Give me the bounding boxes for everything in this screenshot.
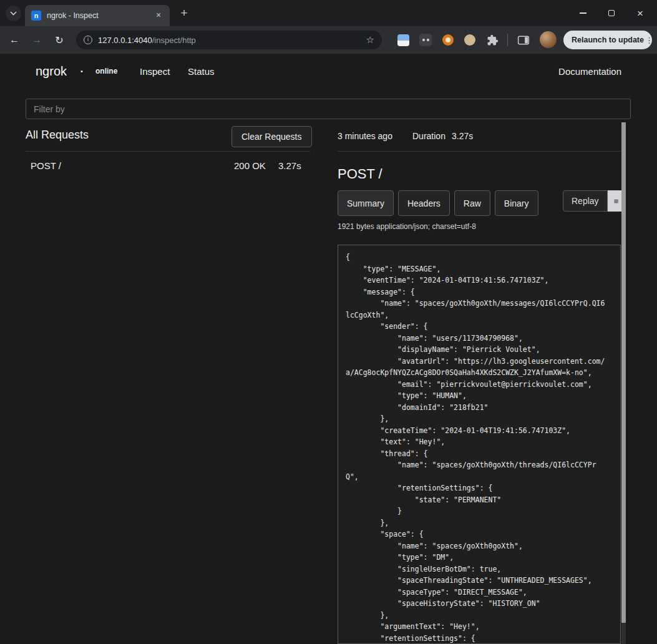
request-duration: 3.27s [278,160,301,171]
detail-title: POST / [338,166,382,182]
browser-toolbar: ← → ↻ i 127.0.0.1:4040/inspect/http ☆ [0,26,657,54]
site-info-icon[interactable]: i [84,36,92,44]
browser-tab[interactable]: n ngrok - Inspect × [25,5,170,26]
chevron-down-icon [10,11,17,16]
browser-tab-strip: n ngrok - Inspect × + × [0,0,657,26]
extension-photos-icon[interactable] [396,32,411,47]
right-panel-divider [338,151,621,152]
duration-value: 3.27s [452,131,473,141]
detail-tabs: Summary Headers Raw Binary [338,190,538,216]
url-host: 127.0.0.1:4040 [98,36,152,45]
extension-glasses-icon[interactable] [418,32,433,47]
replay-button[interactable]: Replay [563,190,608,212]
side-panel-button[interactable] [516,32,531,47]
maximize-button[interactable] [597,0,626,26]
left-panel-divider [26,151,310,152]
tab-close-icon[interactable]: × [153,11,163,21]
content-meta: 1921 bytes application/json; charset=utf… [338,222,476,231]
detail-scrollbar-track[interactable] [621,122,626,644]
filter-input[interactable] [26,99,631,119]
back-button[interactable]: ← [6,31,23,49]
address-bar[interactable]: i 127.0.0.1:4040/inspect/http ☆ [76,31,382,49]
tab-title: ngrok - Inspect [47,11,153,20]
all-requests-title: All Requests [26,129,89,142]
clear-requests-button[interactable]: Clear Requests [231,126,312,147]
maximize-icon [608,10,615,16]
browser-window: n ngrok - Inspect × + × ← → ↻ i 127.0.0.… [0,0,657,644]
url-text: 127.0.0.1:4040/inspect/http [98,36,361,45]
replay-options-icon: ≡ [614,197,619,206]
online-status-dot: • [80,67,83,75]
close-button[interactable]: × [626,0,655,26]
side-panel-icon [517,34,530,46]
extension-orange-ring-icon[interactable] [440,32,455,47]
bookmark-star-icon[interactable]: ☆ [366,34,374,46]
minimize-button[interactable] [568,0,597,26]
detail-scrollbar-thumb[interactable] [621,122,626,623]
new-tab-button[interactable]: + [177,6,192,21]
profile-avatar[interactable] [540,31,557,48]
tab-search-button[interactable] [6,6,21,21]
extension-tan-circle-icon[interactable] [462,32,477,47]
relaunch-to-update-button[interactable]: Relaunch to update ⋮ [563,31,652,49]
reload-button[interactable]: ↻ [51,31,68,49]
tan-circle-icon [464,34,475,46]
forward-button[interactable]: → [28,31,46,49]
tab-binary[interactable]: Binary [495,190,538,216]
blue-image-icon [397,34,409,46]
ngrok-favicon-icon: n [31,11,41,21]
url-path: /inspect/http [152,36,196,45]
replay-split-button: Replay ≡ [563,190,625,212]
online-status-label: online [95,67,117,76]
documentation-link[interactable]: Documentation [558,66,621,76]
request-status: 200 OK [234,160,266,171]
tab-raw[interactable]: Raw [454,190,490,216]
browser-menu-icon[interactable]: ⋮ [644,36,657,45]
window-controls: × [568,0,655,26]
duration-label: Duration [412,131,445,141]
ngrok-logo: ngrok [36,64,67,78]
extensions-menu-button[interactable] [485,32,500,47]
minimize-icon [580,12,586,14]
toolbar-separator [507,34,508,46]
relaunch-label: Relaunch to update [563,36,644,44]
request-body-json: { "type": "MESSAGE", "eventTime": "2024-… [346,251,613,644]
request-time-ago: 3 minutes ago [338,131,392,141]
ngrok-header: ngrok • online Inspect Status Documentat… [0,54,657,88]
request-body-block: { "type": "MESSAGE", "eventTime": "2024-… [338,245,621,644]
dark-glasses-icon [419,34,432,46]
orange-ring-icon [442,34,454,46]
puzzle-icon [487,34,499,46]
nav-inspect[interactable]: Inspect [140,66,170,76]
request-method-path[interactable]: POST / [31,160,61,171]
close-icon: × [637,8,643,19]
nav-status[interactable]: Status [188,66,215,76]
tab-summary[interactable]: Summary [338,190,394,216]
tab-headers[interactable]: Headers [398,190,450,216]
